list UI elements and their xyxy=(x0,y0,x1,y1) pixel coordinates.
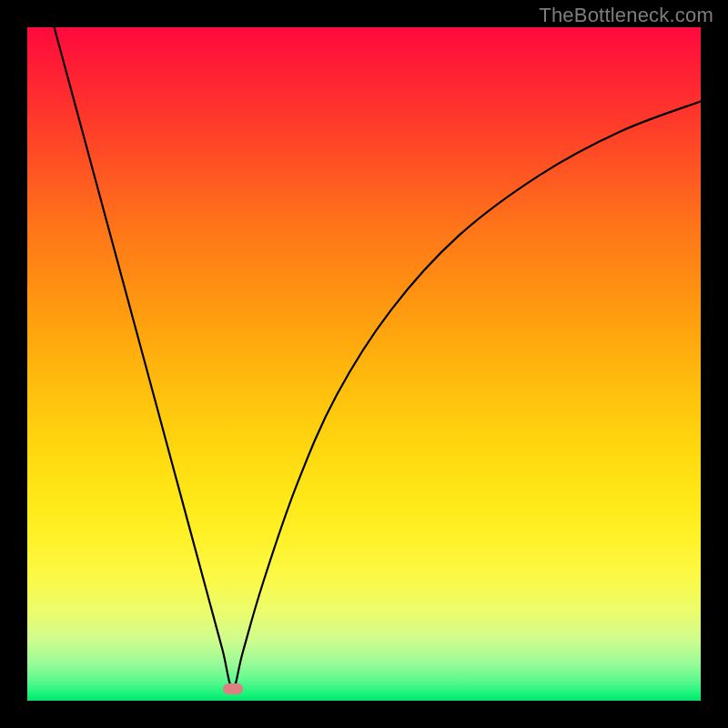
plot-area xyxy=(27,27,701,701)
chart-frame: TheBottleneck.com xyxy=(0,0,728,728)
curve-path xyxy=(55,27,701,689)
minimum-marker xyxy=(223,683,243,694)
watermark-text: TheBottleneck.com xyxy=(539,4,713,27)
bottleneck-curve xyxy=(27,27,701,701)
